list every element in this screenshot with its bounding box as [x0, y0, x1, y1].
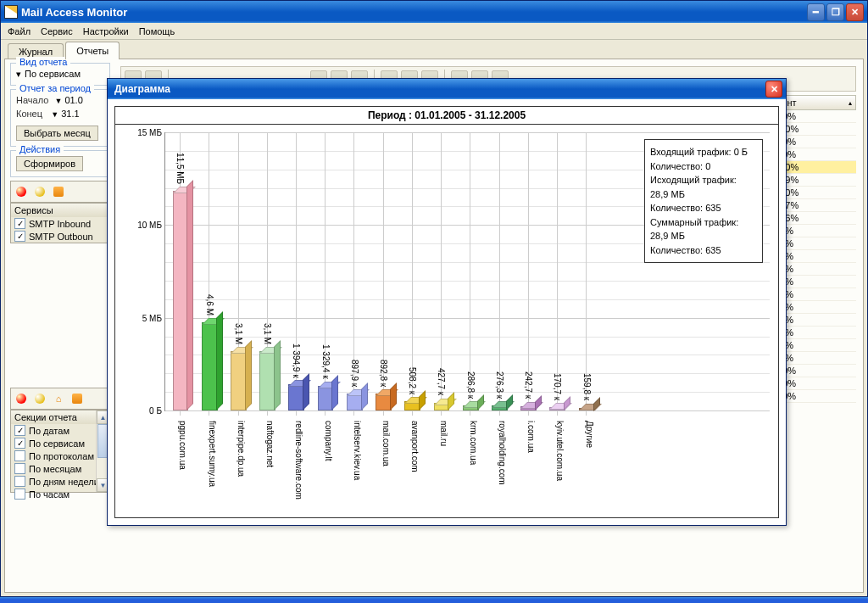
- menu-help[interactable]: Помощь: [139, 26, 175, 36]
- section-item[interactable]: По дням недели: [11, 475, 109, 488]
- checkbox-icon[interactable]: ✓: [14, 218, 25, 229]
- bar-category-label: naftogaz.net: [265, 410, 275, 467]
- left-sidebar: Вид отчета ▾По сервисам Отчет за период …: [5, 59, 115, 592]
- service-item[interactable]: ✓SMTP Outboun: [11, 230, 109, 243]
- titlebar: Mail Access Monitor ━ ❐ ✕: [1, 1, 867, 23]
- start-label: Начало: [16, 95, 48, 105]
- checkbox-icon[interactable]: [14, 489, 25, 500]
- menu-file[interactable]: Файл: [8, 26, 31, 36]
- dialog-titlebar: Диаграмма ✕: [108, 79, 786, 99]
- tool-icon[interactable]: [14, 184, 29, 199]
- bar-category-label: avanport.com: [410, 410, 420, 472]
- section-label: По дням недели: [29, 477, 99, 487]
- bar-category-label: pgpu.com.ua: [178, 410, 187, 470]
- chart-bar: 4,6 М: [202, 322, 218, 410]
- tool-icon[interactable]: [32, 184, 47, 199]
- end-value[interactable]: 31.1: [61, 109, 79, 119]
- form-button[interactable]: Сформиров: [16, 156, 83, 171]
- home-icon[interactable]: ⌂: [51, 391, 66, 406]
- bar-category-label: royalholding.com: [498, 410, 507, 485]
- section-item[interactable]: По протоколам: [11, 449, 109, 462]
- report-type-fieldset: Вид отчета ▾По сервисам: [10, 63, 110, 86]
- window-title: Mail Access Monitor: [21, 6, 807, 19]
- report-type-value[interactable]: По сервисам: [25, 69, 81, 79]
- section-label: По протоколам: [29, 451, 94, 461]
- checkbox-icon[interactable]: ✓: [14, 438, 25, 449]
- checkbox-icon[interactable]: ✓: [14, 425, 25, 436]
- services-header: Сервисы: [11, 204, 109, 217]
- section-label: По часам: [29, 489, 70, 500]
- maximize-button[interactable]: ❐: [826, 3, 844, 21]
- tool-icon[interactable]: [51, 184, 66, 199]
- bar-category-label: interpipe.dp.ua: [236, 410, 246, 477]
- sections-panel: Секции отчета ✓По датам✓По сервисамПо пр…: [10, 410, 110, 493]
- legend-sum-count: Количество: 635: [650, 243, 757, 258]
- bar-value-label: 1 394,9 к: [292, 343, 301, 378]
- minimize-button[interactable]: ━: [807, 3, 825, 21]
- chart-bar: 427,7 к: [434, 403, 450, 410]
- y-tick-label: 10 МБ: [137, 221, 165, 230]
- bar-value-label: 276,3 к: [495, 371, 504, 399]
- dialog-body: Период : 01.01.2005 - 31.12.2005 0 Б5 МБ…: [108, 99, 786, 525]
- start-value[interactable]: 01.0: [64, 95, 82, 105]
- taskbar: [0, 597, 868, 603]
- services-panel: Сервисы ✓SMTP Inbound✓SMTP Outboun: [10, 203, 110, 243]
- bar-category-label: mail.ru: [439, 410, 448, 446]
- chart-title: Период : 01.01.2005 - 31.12.2005: [115, 107, 778, 125]
- bar-value-label: 11,5 МБ: [175, 153, 185, 184]
- section-item[interactable]: ✓По датам: [11, 424, 109, 437]
- chart-bar: 892,8 к: [376, 394, 392, 410]
- bar-value-label: 892,8 к: [379, 360, 388, 387]
- bar-category-label: i.com.ua: [526, 410, 536, 453]
- legend-out-count: Количество: 635: [650, 201, 757, 215]
- bar-category-label: krm.com.ua: [469, 410, 478, 465]
- section-label: По месяцам: [29, 464, 81, 474]
- bar-category-label: mail.com.ua: [381, 410, 391, 466]
- section-label: По датам: [29, 426, 70, 436]
- section-label: По сервисам: [29, 438, 85, 449]
- tool-icon[interactable]: [70, 391, 85, 406]
- section-item[interactable]: По часам: [11, 488, 109, 500]
- bar-category-label: finexpert.sumy.ua: [208, 410, 217, 487]
- service-label: SMTP Outboun: [29, 232, 93, 242]
- services-toolbar: [10, 181, 110, 203]
- menu-service[interactable]: Сервис: [41, 26, 73, 36]
- chart-bar: 508,2 к: [404, 401, 420, 410]
- chart-bar: 3,1 М: [259, 351, 275, 410]
- chart-bar: 3,1 М: [231, 351, 247, 410]
- y-tick-label: 0 Б: [149, 406, 165, 416]
- bar-value-label: 897,9 к: [350, 360, 359, 387]
- period-fieldset: Отчет за период Начало ▼ 01.0 Конец ▼ 31…: [10, 89, 110, 147]
- section-item[interactable]: ✓По сервисам: [11, 437, 109, 449]
- close-button[interactable]: ✕: [846, 3, 864, 21]
- checkbox-icon[interactable]: [14, 450, 25, 461]
- legend-out-traffic: Исходящий трафик: 28,9 МБ: [650, 173, 757, 201]
- service-item[interactable]: ✓SMTP Inbound: [11, 217, 109, 230]
- app-icon: [4, 5, 18, 19]
- y-tick-label: 15 МБ: [137, 128, 165, 137]
- tool-icon[interactable]: [32, 391, 47, 406]
- bar-value-label: 508,2 к: [408, 367, 417, 394]
- choose-month-button[interactable]: Выбрать месяц: [16, 126, 98, 141]
- checkbox-icon[interactable]: [14, 463, 25, 474]
- legend-sum-traffic: Суммарный трафик: 28,9 МБ: [650, 215, 757, 243]
- bar-value-label: 427,7 к: [437, 368, 446, 395]
- bar-category-label: company.lt: [324, 410, 333, 461]
- tool-icon[interactable]: [14, 391, 29, 406]
- bar-value-label: 170,7 к: [553, 373, 562, 400]
- section-item[interactable]: По месяцам: [11, 462, 109, 475]
- dialog-close-button[interactable]: ✕: [765, 81, 782, 98]
- chart-bar: 11,5 МБ: [173, 191, 189, 410]
- menu-settings[interactable]: Настройки: [83, 26, 129, 36]
- fieldset-legend: Вид отчета: [16, 57, 70, 67]
- fieldset-legend: Отчет за период: [16, 83, 94, 93]
- bar-category-label: kyiv.utel.com.ua: [555, 410, 565, 481]
- checkbox-icon[interactable]: [14, 476, 25, 487]
- sections-header: Секции отчета: [11, 410, 109, 424]
- bar-value-label: 3,1 М: [263, 323, 272, 344]
- tab-reports[interactable]: Отчеты: [65, 42, 120, 59]
- chart-bar: 1 394,9 к: [288, 384, 304, 410]
- checkbox-icon[interactable]: ✓: [14, 231, 25, 242]
- dialog-title: Диаграмма: [111, 83, 765, 95]
- bar-category-label: redline-software.com: [294, 410, 303, 500]
